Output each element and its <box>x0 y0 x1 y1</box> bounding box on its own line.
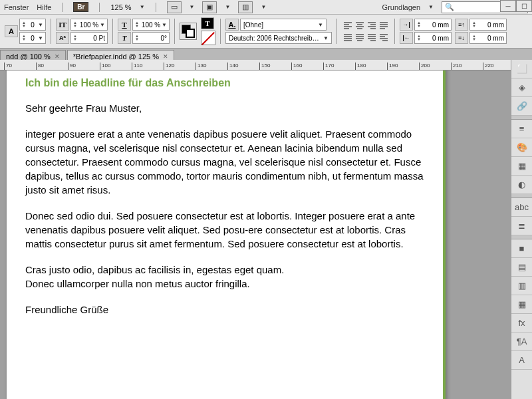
bridge-button[interactable]: Br <box>73 2 88 12</box>
ruler-tick: 130 <box>196 63 206 70</box>
panel-button-3[interactable]: ≡ <box>511 120 532 138</box>
field-1b[interactable]: ▲▼0▼ <box>19 32 46 44</box>
scale-y-input[interactable]: ▲▼100 %▼ <box>132 19 170 31</box>
skew-input[interactable]: ▲▼0° <box>132 32 170 44</box>
arrange-icon[interactable]: ▥ <box>238 1 253 13</box>
indent-right-input[interactable]: ▲▼0 mm <box>414 32 452 44</box>
panel-button-5[interactable]: ▦ <box>511 157 532 176</box>
ruler-tick: 100 <box>100 63 110 70</box>
panel-button-6[interactable]: ◐ <box>511 176 532 194</box>
char-style-dropdown[interactable]: [Ohne]▼ <box>240 19 327 31</box>
ruler-tick: 180 <box>355 63 366 70</box>
zoom-dropdown-icon[interactable]: ▼ <box>140 4 145 10</box>
menubar: Fenster Hilfe Br 125 % ▼ ▭▼ ▣▼ ▥▼ Grundl… <box>0 0 532 15</box>
panel-button-10[interactable]: ▤ <box>511 258 532 277</box>
doc-headline[interactable]: Ich bin die Headline für das Anschreiben <box>25 76 427 90</box>
align-justify-right-icon[interactable] <box>366 32 378 43</box>
minimize-button[interactable]: ─ <box>500 0 516 12</box>
space-before-icon: ≡↑ <box>455 19 468 31</box>
indent-left-icon: →| <box>400 19 413 31</box>
doc-closing[interactable]: Freundliche Grüße <box>25 303 427 317</box>
doc-paragraph-2[interactable]: Donec sed odio dui. Sed posuere consecte… <box>25 209 427 251</box>
ruler-tick: 170 <box>323 63 334 70</box>
indent-left-input[interactable]: ▲▼0 mm <box>414 19 452 31</box>
workspace-preset[interactable]: Grundlagen <box>382 3 421 11</box>
panel-button-12[interactable]: ▦ <box>511 295 532 314</box>
doc-paragraph-1[interactable]: integer posuere erat a ante venenatis da… <box>25 127 427 197</box>
ruler-tick: 70 <box>4 63 12 70</box>
panel-button-0[interactable]: ⬜ <box>511 60 532 78</box>
screen-mode-icon[interactable]: ▣ <box>202 1 217 13</box>
scale-x-icon: IT <box>56 19 69 31</box>
doc-paragraph-3[interactable]: Cras justo odio, dapibus ac facilisis in… <box>25 263 427 291</box>
panel-button-15[interactable]: A <box>511 351 532 370</box>
char-a-icon: A <box>5 25 18 37</box>
ruler-tick: 210 <box>451 63 462 70</box>
ruler-tick: 110 <box>132 63 142 70</box>
close-icon[interactable]: ✕ <box>163 53 168 60</box>
ruler-tick: 120 <box>164 63 174 70</box>
ruler-tick: 190 <box>387 63 398 70</box>
panel-button-13[interactable]: fx <box>511 314 532 332</box>
control-panel: A ▲▼0▼ ▲▼0▼ IT ▲▼100 %▼ Aª ▲▼0 Pt T ▲▼10… <box>0 15 532 49</box>
align-spine-icon[interactable] <box>378 32 390 43</box>
panel-button-8[interactable]: ≣ <box>511 217 532 235</box>
right-panel-dock: ⬜◈🔗≡🎨▦◐abc≣■▤▥▦fx¶AA <box>511 60 532 399</box>
language-dropdown[interactable]: Deutsch: 2006 Rechtschreib…▼ <box>225 32 332 44</box>
align-justify-center-icon[interactable] <box>354 32 366 43</box>
doc-salutation[interactable]: Sehr geehrte Frau Muster, <box>25 101 427 115</box>
baseline-icon: Aª <box>56 32 69 44</box>
indent-right-icon: |← <box>400 32 413 44</box>
ruler-tick: 140 <box>227 63 238 70</box>
none-swatch-icon[interactable] <box>201 31 215 45</box>
canvas[interactable]: Ich bin die Headline für das Anschreiben… <box>0 70 511 399</box>
skew-icon: T <box>118 32 131 44</box>
panel-button-7[interactable]: abc <box>511 198 532 217</box>
align-justify-all-icon[interactable] <box>342 32 354 43</box>
ruler-tick: 220 <box>483 63 493 70</box>
panel-button-14[interactable]: ¶A <box>511 332 532 351</box>
zoom-display[interactable]: 125 % <box>110 3 131 11</box>
ruler-tick: 80 <box>36 63 44 70</box>
space-after-input[interactable]: ▲▼0 mm <box>469 32 507 44</box>
page-margin-guide <box>443 70 446 399</box>
ruler-tick: 150 <box>259 63 270 70</box>
space-before-input[interactable]: ▲▼0 mm <box>469 19 507 31</box>
menu-fenster[interactable]: Fenster <box>4 3 29 11</box>
char-style-a-icon: A. <box>225 19 239 31</box>
page: Ich bin die Headline für das Anschreiben… <box>7 70 446 399</box>
text-fill-icon[interactable]: T <box>201 17 214 29</box>
tracking-input[interactable]: ▲▼0 Pt <box>70 32 108 44</box>
ruler-horizontal[interactable]: 7080901001101201301401501601701801902002… <box>0 60 511 70</box>
align-right-icon[interactable] <box>366 20 378 31</box>
panel-button-4[interactable]: 🎨 <box>511 138 532 157</box>
close-icon[interactable]: ✕ <box>55 53 60 60</box>
maximize-button[interactable]: ☐ <box>516 0 532 12</box>
ruler-tick: 200 <box>419 63 430 70</box>
align-justify-icon[interactable] <box>378 20 390 31</box>
view-mode-icon[interactable]: ▭ <box>167 1 182 13</box>
space-after-icon: ≡↓ <box>455 32 468 44</box>
align-left-icon[interactable] <box>342 20 354 31</box>
align-center-icon[interactable] <box>354 20 366 31</box>
ruler-tick: 160 <box>291 63 302 70</box>
ruler-tick: 90 <box>68 63 76 70</box>
panel-button-9[interactable]: ■ <box>511 239 532 258</box>
workspace: 7080901001101201301401501601701801902002… <box>0 60 511 399</box>
panel-button-2[interactable]: 🔗 <box>511 97 532 116</box>
panel-button-11[interactable]: ▥ <box>511 277 532 295</box>
menu-hilfe[interactable]: Hilfe <box>37 3 51 11</box>
panel-button-1[interactable]: ◈ <box>511 78 532 97</box>
workspace-dropdown-icon[interactable]: ▼ <box>428 4 434 10</box>
scale-x-input[interactable]: ▲▼100 %▼ <box>70 19 108 31</box>
scale-y-icon: T <box>118 19 131 31</box>
field-1a[interactable]: ▲▼0▼ <box>19 19 46 31</box>
fill-stroke-swatch[interactable] <box>180 23 197 40</box>
